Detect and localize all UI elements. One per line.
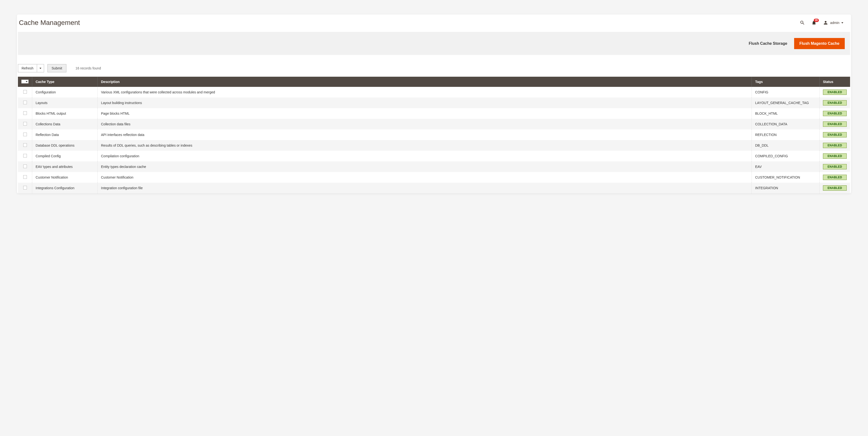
cell-cache-type: Reflection Data: [32, 129, 98, 140]
cell-status: ENABLED: [819, 129, 850, 140]
refresh-option[interactable]: Refresh: [18, 64, 37, 72]
cache-table: Cache Type Description Tags Status Confi…: [18, 77, 850, 193]
table-row: Customer NotificationCustomer Notificati…: [18, 172, 850, 183]
table-row: Integrations ConfigurationIntegration co…: [18, 183, 850, 193]
cell-description: Page blocks HTML: [98, 108, 752, 119]
cell-cache-type: Customer Notification: [32, 172, 98, 183]
user-menu[interactable]: admin: [823, 20, 843, 25]
row-checkbox[interactable]: [23, 90, 27, 94]
status-badge: ENABLED: [823, 132, 847, 137]
cell-tags: COMPILED_CONFIG: [752, 151, 819, 161]
cell-description: Collection data files: [98, 119, 752, 129]
row-checkbox[interactable]: [23, 154, 27, 158]
notification-badge: 39: [814, 19, 819, 22]
cell-tags: EAV: [752, 161, 819, 172]
row-checkbox[interactable]: [23, 186, 27, 190]
cell-description: Layout building instructions: [98, 98, 752, 108]
mass-action-select[interactable]: Refresh: [18, 64, 44, 72]
row-checkbox[interactable]: [23, 122, 27, 126]
cell-description: Various XML configurations that were col…: [98, 87, 752, 98]
col-header-select[interactable]: [18, 77, 32, 87]
cell-cache-type: Integrations Configuration: [32, 183, 98, 193]
cell-tags: DB_DDL: [752, 140, 819, 151]
cell-tags: COLLECTION_DATA: [752, 119, 819, 129]
cell-tags: LAYOUT_GENERAL_CACHE_TAG: [752, 98, 819, 108]
row-checkbox[interactable]: [23, 175, 27, 179]
col-header-status[interactable]: Status: [819, 77, 850, 87]
cell-status: ENABLED: [819, 183, 850, 193]
table-row: LayoutsLayout building instructionsLAYOU…: [18, 98, 850, 108]
table-row: ConfigurationVarious XML configurations …: [18, 87, 850, 98]
status-badge: ENABLED: [823, 185, 847, 191]
table-row: Database DDL operationsResults of DDL qu…: [18, 140, 850, 151]
row-checkbox[interactable]: [23, 111, 27, 115]
chevron-down-icon[interactable]: [26, 81, 28, 82]
status-badge: ENABLED: [823, 154, 847, 159]
cell-status: ENABLED: [819, 151, 850, 161]
cell-status: ENABLED: [819, 119, 850, 129]
search-icon[interactable]: [800, 20, 805, 25]
user-name: admin: [830, 21, 839, 25]
status-badge: ENABLED: [823, 111, 847, 116]
submit-button[interactable]: Submit: [48, 64, 66, 72]
action-bar: Flush Cache Storage Flush Magento Cache: [18, 32, 850, 55]
cell-cache-type: EAV types and attributes: [32, 161, 98, 172]
flush-magento-cache-button[interactable]: Flush Magento Cache: [794, 38, 845, 49]
cell-cache-type: Collections Data: [32, 119, 98, 129]
cell-status: ENABLED: [819, 140, 850, 151]
cell-cache-type: Configuration: [32, 87, 98, 98]
status-badge: ENABLED: [823, 164, 847, 169]
page-title: Cache Management: [18, 19, 80, 27]
table-row: Blocks HTML outputPage blocks HTMLBLOCK_…: [18, 108, 850, 119]
table-row: Collections DataCollection data filesCOL…: [18, 119, 850, 129]
cell-description: Compilation configuration: [98, 151, 752, 161]
cell-tags: CUSTOMER_NOTIFICATION: [752, 172, 819, 183]
cell-description: Integration configuration file: [98, 183, 752, 193]
cell-status: ENABLED: [819, 87, 850, 98]
cell-status: ENABLED: [819, 161, 850, 172]
page-header: Cache Management 39 admin: [18, 14, 850, 32]
row-checkbox[interactable]: [23, 165, 27, 168]
toolbar: Refresh Submit 16 records found: [18, 55, 850, 77]
cell-cache-type: Blocks HTML output: [32, 108, 98, 119]
cell-status: ENABLED: [819, 172, 850, 183]
status-badge: ENABLED: [823, 175, 847, 180]
flush-cache-storage-button[interactable]: Flush Cache Storage: [749, 41, 787, 46]
cell-tags: BLOCK_HTML: [752, 108, 819, 119]
mass-action-toggle[interactable]: [37, 64, 44, 72]
chevron-down-icon: [39, 68, 41, 69]
cell-cache-type: Layouts: [32, 98, 98, 108]
cell-tags: INTEGRATION: [752, 183, 819, 193]
header-actions: 39 admin: [800, 20, 843, 25]
records-count: 16 records found: [75, 66, 101, 70]
cell-status: ENABLED: [819, 98, 850, 108]
status-badge: ENABLED: [823, 143, 847, 148]
cell-tags: REFLECTION: [752, 129, 819, 140]
row-checkbox[interactable]: [23, 143, 27, 147]
cell-description: Results of DDL queries, such as describi…: [98, 140, 752, 151]
cell-description: Entity types declaration cache: [98, 161, 752, 172]
select-all-checkbox[interactable]: [22, 80, 25, 83]
notifications-icon[interactable]: 39: [811, 20, 817, 25]
table-row: Reflection DataAPI interfaces reflection…: [18, 129, 850, 140]
table-row: EAV types and attributesEntity types dec…: [18, 161, 850, 172]
status-badge: ENABLED: [823, 90, 847, 95]
cell-description: Customer Notification: [98, 172, 752, 183]
cell-status: ENABLED: [819, 108, 850, 119]
row-checkbox[interactable]: [23, 133, 27, 136]
col-header-cache-type[interactable]: Cache Type: [32, 77, 98, 87]
cell-description: API interfaces reflection data: [98, 129, 752, 140]
chevron-down-icon: [841, 22, 843, 24]
col-header-description[interactable]: Description: [98, 77, 752, 87]
cell-cache-type: Database DDL operations: [32, 140, 98, 151]
row-checkbox[interactable]: [23, 101, 27, 104]
cell-tags: CONFIG: [752, 87, 819, 98]
cell-cache-type: Compiled Config: [32, 151, 98, 161]
user-icon: [823, 20, 828, 25]
col-header-tags[interactable]: Tags: [752, 77, 819, 87]
table-row: Compiled ConfigCompilation configuration…: [18, 151, 850, 161]
status-badge: ENABLED: [823, 122, 847, 127]
status-badge: ENABLED: [823, 100, 847, 105]
